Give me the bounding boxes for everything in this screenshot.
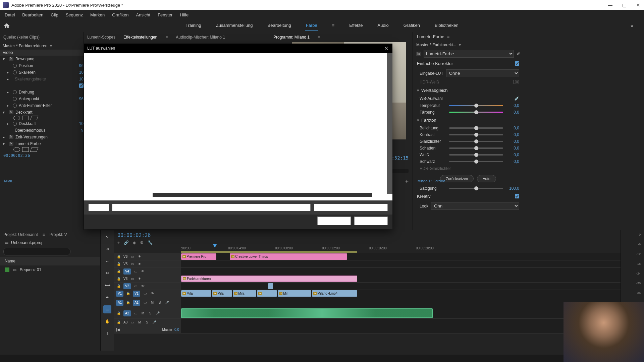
einfache-checkbox[interactable] xyxy=(515,61,519,66)
glanzlichter-slider[interactable] xyxy=(449,141,503,142)
effect-controls-panel: Quelle: (keine Clips) Master * Farbkorre… xyxy=(0,32,84,230)
ws-effekte[interactable]: Effekte xyxy=(348,21,363,31)
ws-zusammenstellung[interactable]: Zusammenstellung xyxy=(215,21,254,31)
ec-clip[interactable]: Milan... xyxy=(3,0,16,362)
eingabe-lut-select[interactable]: Ohne xyxy=(446,69,519,77)
lumetri-panel: Lumetri-Farbe≡ Master * Farbkorrekt...▾ … xyxy=(413,32,523,230)
workspace-bar: Training Zusammenstellung Bearbeitung Fa… xyxy=(0,19,644,32)
tab-projekt2[interactable]: Projekt: V xyxy=(50,232,67,237)
linked-icon[interactable]: 🔗 xyxy=(124,240,129,245)
menu-clip[interactable]: Clip xyxy=(47,11,61,19)
dialog-title: LUT auswählen xyxy=(87,46,115,51)
clip-audio[interactable] xyxy=(181,308,433,318)
farbung-slider[interactable] xyxy=(449,112,503,113)
dialog-filename-input[interactable] xyxy=(112,204,311,211)
tool-palette: ↖ ⇥ ↔ ✂ ⟷ ✒ ▭ ✋ T xyxy=(101,230,114,351)
reset-icon[interactable]: ↺ xyxy=(517,52,520,56)
close-button[interactable]: ✕ xyxy=(635,2,641,8)
razor-tool[interactable]: ✂ xyxy=(103,269,111,277)
ws-farbe[interactable]: Farbe xyxy=(305,21,318,31)
menu-sequenz[interactable]: Sequenz xyxy=(62,11,86,19)
marker-icon[interactable]: ◆ xyxy=(133,240,136,245)
dialog-close-button[interactable]: ✕ xyxy=(383,45,389,51)
menu-grafiken[interactable]: Grafiken xyxy=(109,11,132,19)
go-to-start-icon[interactable]: |◀ xyxy=(116,328,120,331)
dialog-open-button[interactable] xyxy=(317,217,351,225)
schatten-slider[interactable] xyxy=(449,147,503,149)
schwarz-slider[interactable] xyxy=(449,161,503,162)
snap-icon[interactable]: ⌖ xyxy=(117,240,120,245)
eyedropper-icon[interactable]: 💉 xyxy=(514,96,519,101)
tab-lumetri-scopes[interactable]: Lumetri-Scopes xyxy=(87,35,115,40)
dialog-filetype-select[interactable] xyxy=(314,204,388,211)
weiss-slider[interactable] xyxy=(449,154,503,156)
tab-programm[interactable]: Programm: Milano 1 xyxy=(273,35,310,40)
webcam-overlay xyxy=(564,302,644,362)
tab-effekteinstellungen[interactable]: Effekteinstellungen xyxy=(123,35,157,40)
clip-mila-2[interactable]: fxMila xyxy=(212,290,232,297)
kreativ-checkbox[interactable] xyxy=(515,194,519,198)
hand-tool[interactable]: ✋ xyxy=(103,317,111,325)
add-button[interactable]: + xyxy=(403,178,411,185)
tab-audioclip-mischer[interactable]: Audioclip-Mischer: Milano 1 xyxy=(176,35,225,40)
menu-ansicht[interactable]: Ansicht xyxy=(132,11,154,19)
timeline-panel: 00:00:02:26 ⌖ 🔗 ◆ ⚙ 🔧 :00:00 00:00:04:00… xyxy=(114,230,621,351)
settings-icon[interactable]: ⚙ xyxy=(140,240,144,245)
menu-bearbeiten[interactable]: Bearbeiten xyxy=(19,11,47,19)
pen-tool[interactable]: ✒ xyxy=(103,293,111,301)
dialog-cancel-button[interactable] xyxy=(354,217,388,225)
menubar: Datei Bearbeiten Clip Sequenz Marken Gra… xyxy=(0,10,644,19)
ws-bearbeitung[interactable]: Bearbeitung xyxy=(267,21,292,31)
clip-milano4[interactable]: fxMilano 4.mp4 xyxy=(312,290,357,297)
status-bar xyxy=(0,355,644,362)
ws-audio[interactable]: Audio xyxy=(377,21,389,31)
ws-training[interactable]: Training xyxy=(185,21,202,31)
menu-hilfe[interactable]: Hilfe xyxy=(176,11,192,19)
clip-farbkorrekturen[interactable]: fxFarbkorrekturen xyxy=(181,276,357,282)
dialog-scrollbar-v[interactable] xyxy=(387,53,392,194)
track-select-tool[interactable]: ⇥ xyxy=(103,245,111,253)
clip-mil[interactable]: fxMil xyxy=(278,290,311,297)
kontrast-slider[interactable] xyxy=(449,134,503,135)
slip-tool[interactable]: ⟷ xyxy=(103,281,111,289)
clip-premiere-pro[interactable]: fxPremiere Pro xyxy=(181,253,216,260)
maximize-button[interactable]: ▢ xyxy=(621,2,627,8)
clip-empty[interactable]: fx xyxy=(257,290,277,297)
ws-overflow[interactable]: » xyxy=(631,23,644,28)
auto-button[interactable]: Auto xyxy=(477,175,496,182)
saettigung-slider[interactable] xyxy=(449,188,503,189)
clip-creative-lower-thirds[interactable]: fxCreative Lower Thirds xyxy=(230,253,347,260)
temperatur-slider[interactable] xyxy=(449,105,503,106)
lut-select-dialog: LUT auswählen ✕ xyxy=(84,44,392,229)
titlebar: Adobe Premiere Pro 2020 - D:\Premiere Pr… xyxy=(0,0,644,10)
dialog-scrollbar-h[interactable] xyxy=(153,193,372,197)
timeline-ruler[interactable]: :00:00 00:00:04:00 00:00:08:00 00:00:12:… xyxy=(181,245,621,253)
rectangle-tool[interactable]: ▭ xyxy=(103,305,111,313)
timeline-timecode[interactable]: 00:00:02:26 xyxy=(117,232,151,238)
ripple-tool[interactable]: ↔ xyxy=(103,257,111,265)
belichtung-slider[interactable] xyxy=(449,127,503,129)
clip-v2[interactable] xyxy=(268,283,273,289)
clip-mila-1[interactable]: fxMila xyxy=(181,290,211,297)
selection-tool[interactable]: ↖ xyxy=(103,233,111,241)
minimize-button[interactable]: — xyxy=(607,2,613,8)
window-title: Adobe Premiere Pro 2020 - D:\Premiere Pr… xyxy=(11,3,607,8)
playhead[interactable] xyxy=(215,245,215,253)
menu-fenster[interactable]: Fenster xyxy=(154,11,176,19)
wrench-icon[interactable]: 🔧 xyxy=(148,240,153,245)
dialog-file-area[interactable] xyxy=(84,53,392,200)
menu-marken[interactable]: Marken xyxy=(87,11,108,19)
type-tool[interactable]: T xyxy=(103,329,111,338)
clip-mila-3[interactable]: fxMila xyxy=(233,290,256,297)
